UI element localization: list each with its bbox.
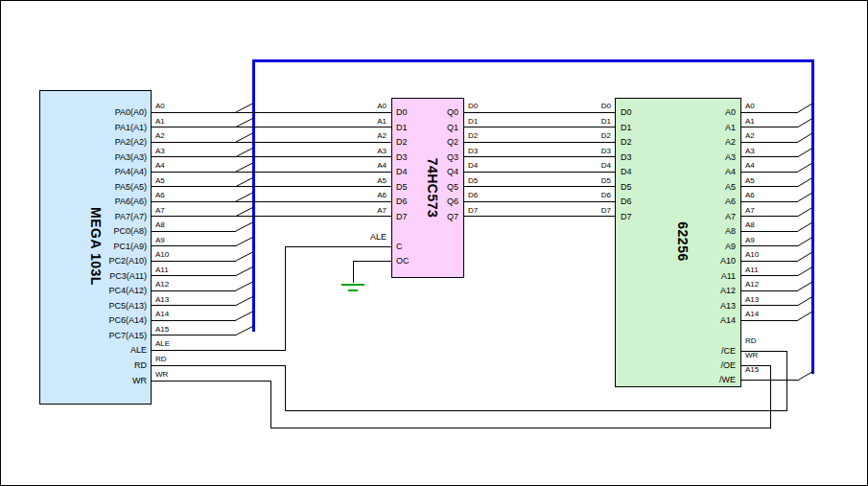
- latch-output-pin-label: Q1: [447, 123, 458, 132]
- sram-data-pin-label: D1: [621, 123, 632, 132]
- mcu-wire-label: ALE: [155, 339, 170, 348]
- sram-address-pin-label: A10: [720, 256, 736, 266]
- latch-input-wire-label: A2: [377, 131, 387, 140]
- mcu-pin-label: PC4(A12): [108, 286, 147, 295]
- sram-address-pin-label: A1: [725, 123, 736, 132]
- bus-entry-wire: [798, 193, 812, 201]
- mcu-wire-label: A6: [155, 191, 165, 199]
- ale-wire: [151, 246, 391, 350]
- sram-address-pin-label: A11: [721, 271, 736, 281]
- sram-address-wire-label: A14: [745, 310, 760, 318]
- bus-entry-wire: [798, 267, 812, 276]
- sram-address-wire-label: A1: [745, 117, 755, 126]
- mcu-pin-label: RD: [134, 360, 147, 370]
- bus-entry-wire: [236, 163, 253, 172]
- data-wire-label: D2: [601, 131, 612, 140]
- latch-input-pin-label: D1: [396, 123, 408, 132]
- sram-data-pin-label: D3: [621, 152, 632, 162]
- sram-title: 62256: [675, 221, 691, 261]
- mcu-pin-label: PA4(A4): [115, 167, 147, 176]
- mcu-wire-label: A4: [155, 161, 165, 170]
- bus-entry-wire: [236, 178, 253, 187]
- we-bus-entry: [799, 372, 813, 381]
- sram-address-pin-label: A9: [725, 242, 736, 251]
- data-wire-label: D4: [468, 161, 479, 170]
- bus-entry-wire: [236, 133, 253, 142]
- mcu-pin-label: PA2(A2): [115, 137, 147, 147]
- sram-data-pin-label: D0: [621, 107, 632, 117]
- mcu-pin-label: PC1(A9): [113, 242, 147, 251]
- mcu-title: MEGA 103L: [88, 207, 104, 286]
- oc-wire: [354, 261, 392, 283]
- sram-address-pin-label: A3: [725, 152, 736, 162]
- sram-data-pin-label: D5: [621, 182, 632, 192]
- data-wire-label: D1: [468, 117, 479, 126]
- bus-entry-wire: [236, 238, 253, 246]
- mcu-pin-label: PC2(A10): [108, 256, 147, 266]
- bus-entry-wire: [798, 119, 812, 127]
- sram-control-wire-label: A15: [745, 365, 760, 374]
- bus-entry-wire: [236, 193, 253, 201]
- mcu-wire-label: RD: [155, 355, 167, 363]
- sram-address-wire-label: A10: [745, 250, 760, 259]
- sram-control-pin-label: /CE: [721, 346, 736, 356]
- latch-output-pin-label: Q7: [447, 212, 458, 221]
- sram-address-pin-label: A13: [720, 301, 736, 311]
- bus-entry-wire: [798, 297, 812, 306]
- latch-input-pin-label: D4: [396, 167, 408, 176]
- sram-address-wire-label: A6: [745, 191, 755, 199]
- latch-output-pin-label: Q4: [447, 167, 458, 176]
- data-wire-label: D6: [601, 191, 612, 199]
- sram-address-wire-label: A3: [745, 147, 755, 155]
- sram-address-wire-label: A7: [745, 206, 755, 215]
- mcu-wire-label: A15: [155, 325, 170, 334]
- latch-output-pin-label: Q2: [447, 137, 458, 147]
- data-wire-label: D5: [601, 176, 612, 185]
- mcu-pin-label: WR: [132, 376, 147, 385]
- sram-data-pin-label: D4: [621, 167, 632, 176]
- mcu-wire-label: A5: [155, 176, 165, 185]
- bus-entry-wire: [236, 297, 253, 306]
- sram-address-pin-label: A0: [725, 107, 736, 117]
- bus-entry-wire: [236, 312, 253, 320]
- mcu-pin-label: PA6(A6): [115, 197, 147, 206]
- data-wire-label: D3: [601, 147, 612, 155]
- sram-address-pin-label: A8: [725, 226, 736, 236]
- data-wire-label: D3: [468, 147, 479, 155]
- mcu-wire-label: A12: [155, 280, 170, 289]
- data-wire-label: D7: [601, 206, 612, 215]
- sram-data-pin-label: D2: [621, 137, 632, 147]
- latch-input-wire-label: A1: [377, 117, 387, 126]
- data-wire-label: D6: [468, 191, 479, 199]
- data-wire-label: D5: [468, 176, 479, 185]
- latch-input-pin-label: D7: [396, 212, 408, 221]
- sram-address-wire-label: A4: [745, 161, 755, 170]
- data-wire-label: D2: [468, 131, 479, 140]
- bus-entry-wire: [236, 119, 253, 127]
- bus-entry-wire: [798, 312, 812, 320]
- bus-entry-wire: [236, 282, 253, 290]
- mcu-pin-label: PA1(A1): [115, 123, 147, 132]
- mcu-wire-label: A3: [155, 147, 165, 155]
- data-wire-label: D7: [468, 206, 479, 215]
- sram-data-pin-label: D7: [621, 212, 632, 221]
- latch-output-pin-label: Q6: [447, 197, 458, 206]
- sram-address-wire-label: A2: [745, 131, 755, 140]
- mcu-pin-label: PA3(A3): [115, 152, 147, 162]
- latch-oc-pin-label: OC: [396, 256, 410, 266]
- schematic-svg: MEGA 103L 74HC573 62256 ALE PA0(A0)A0D0A…: [0, 0, 868, 486]
- bus-entry-wire: [798, 252, 812, 261]
- mcu-wire-label: A10: [155, 250, 170, 259]
- bus-entry-wire: [236, 252, 253, 261]
- mcu-wire-label: A2: [155, 131, 165, 140]
- sram-address-pin-label: A7: [725, 212, 736, 221]
- mcu-pin-label: PC6(A14): [108, 315, 147, 325]
- sram-address-pin-label: A4: [725, 167, 736, 176]
- sram-control-wire-label: WR: [745, 351, 759, 359]
- bus-entry-wire: [236, 149, 253, 157]
- bus-entry-wire: [236, 222, 253, 231]
- latch-input-wire-label: A0: [377, 102, 387, 110]
- bus-entry-wire: [798, 163, 812, 172]
- ale-wire-label: ALE: [370, 232, 387, 242]
- bus-entry-wire: [236, 208, 253, 217]
